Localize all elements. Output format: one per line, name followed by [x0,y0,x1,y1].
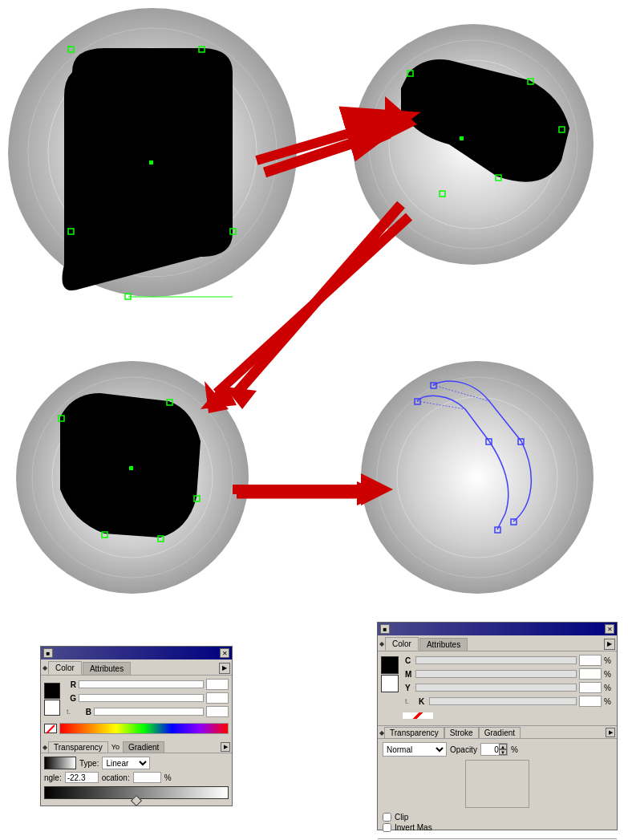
m-value[interactable] [579,668,602,680]
foreground-swatch[interactable] [44,683,60,699]
r-value[interactable] [206,679,229,690]
c-value[interactable] [579,655,602,666]
c-label: C [405,656,413,665]
t-indicator-right: t. [405,697,416,705]
panel-close-btn-right[interactable]: ■ [380,624,390,634]
panel-options-arrow-left[interactable]: ▶ [219,663,230,674]
k-pct: % [604,697,610,706]
location-label: ocation: [102,773,130,782]
right-fg-swatch[interactable] [381,656,399,674]
y-slider-row: Y % [402,682,614,693]
r-slider[interactable] [79,680,204,688]
subtab-transparency-left[interactable]: Transparency [48,741,108,753]
g-slider-row: G [67,692,229,704]
subtab-transparency-right[interactable]: Transparency [384,727,444,738]
tab-attributes-right[interactable]: Attributes [419,638,468,651]
background-swatch[interactable] [44,700,60,716]
gradient-diamond[interactable] [131,795,142,806]
g-slider[interactable] [79,694,204,702]
cmyk-with-swatch: C % M % Y [381,655,614,709]
opacity-down-btn[interactable]: ▼ [499,749,507,755]
right-none-swatch[interactable] [402,712,434,720]
angle-row: ngle: ocation: % [44,772,229,783]
y-pct: % [604,684,610,692]
angle-input[interactable] [65,772,99,783]
angle-label: ngle: [44,773,62,782]
k-slider[interactable] [429,697,577,705]
blend-mode-select[interactable]: Normal Multiply Screen [383,742,447,757]
k-slider-row: t. K % [402,696,614,707]
panel-maximize-btn-left[interactable]: ✕ [220,648,229,658]
g-value[interactable] [206,692,229,704]
subtab-stroke-right[interactable]: Stroke [444,727,479,738]
invert-mask-row: Invert Mas [383,823,612,832]
m-slider-row: M % [402,668,614,680]
c-slider[interactable] [415,656,577,664]
subtab-options-arrow-right[interactable]: ▶ [606,728,615,737]
invert-mask-checkbox[interactable] [383,823,391,832]
svg-marker-44 [225,387,257,409]
rainbow-bar-row [44,723,229,734]
y-value[interactable] [579,682,602,693]
right-bg-swatch[interactable] [381,675,399,692]
pct-label: % [164,773,172,782]
k-value[interactable] [579,696,602,707]
opacity-input[interactable] [481,744,499,755]
y-slider[interactable] [415,684,577,692]
panel-tabs-right: ◆ Color Attributes ▶ [378,635,617,651]
g-label: G [67,694,76,703]
b-value[interactable] [206,706,229,717]
tab-color-right[interactable]: Color [385,637,419,651]
tab-color-left[interactable]: Color [48,661,82,675]
subtab-gradient-right[interactable]: Gradient [479,727,521,738]
panel-color-left: ■ ✕ ◆ Color Attributes ▶ R [40,646,233,806]
gradient-section: Type: Linear Radial ngle: ocation: % [41,753,232,806]
clip-label: Clip [395,813,408,822]
none-swatch[interactable] [44,724,57,733]
right-none-row [402,712,614,720]
rainbow-bar[interactable] [59,723,229,734]
panel-close-btn-left[interactable]: ■ [43,648,53,658]
clip-checkbox[interactable] [383,813,391,822]
cmyk-sliders: C % M % Y [402,655,614,709]
subtab-gradient-left[interactable]: Gradient [123,741,164,753]
y-label: Y [405,684,413,692]
transparency-content: Normal Multiply Screen Opacity ▲ ▼ % [378,739,617,838]
cmyk-section: C % M % Y [378,651,617,725]
opacity-label: Opacity [450,745,477,754]
invert-mask-label: Invert Mas [395,823,432,832]
transparency-subtabs-right: ◆ Transparency Stroke Gradient ▶ [378,725,617,739]
circle-bottom-left [16,361,249,594]
gradient-bar[interactable] [44,786,229,799]
subtab-yo-label: Yo [109,742,122,752]
clip-invert-section: Clip Invert Mas [383,811,612,835]
r-slider-row: R [67,679,229,690]
r-label: R [67,680,76,689]
subtab-options-arrow[interactable]: ▶ [221,742,230,752]
m-slider[interactable] [415,670,577,678]
tab-attributes-left[interactable]: Attributes [83,662,131,675]
m-pct: % [604,670,610,679]
type-select[interactable]: Linear Radial [102,757,150,769]
b-slider[interactable] [94,708,204,716]
panels-area: ■ ✕ ◆ Color Attributes ▶ R [0,610,628,840]
gradient-preview-swatch[interactable] [44,757,76,769]
m-label: M [405,670,413,679]
b-label: B [82,708,91,716]
tab-arrow-left: ◆ [43,664,47,672]
color-content-left: R G t. B [41,676,232,740]
type-label: Type: [79,759,99,768]
mode-opacity-row: Normal Multiply Screen Opacity ▲ ▼ % [383,742,612,757]
panel-color-right: ■ ✕ ◆ Color Attributes ▶ C [377,622,618,830]
tab-arrow-right: ◆ [379,640,384,647]
canvas-area [0,0,628,610]
opacity-stepper[interactable]: ▲ ▼ [480,743,508,756]
panel-options-arrow-right[interactable]: ▶ [604,639,615,650]
c-slider-row: C % [402,655,614,666]
location-input[interactable] [133,772,161,783]
clip-row: Clip [383,813,612,822]
opacity-up-btn[interactable]: ▲ [499,744,507,749]
panel-maximize-btn-right[interactable]: ✕ [605,624,614,634]
transparency-preview [465,760,529,808]
panel-titlebar-left: ■ ✕ [41,647,232,659]
